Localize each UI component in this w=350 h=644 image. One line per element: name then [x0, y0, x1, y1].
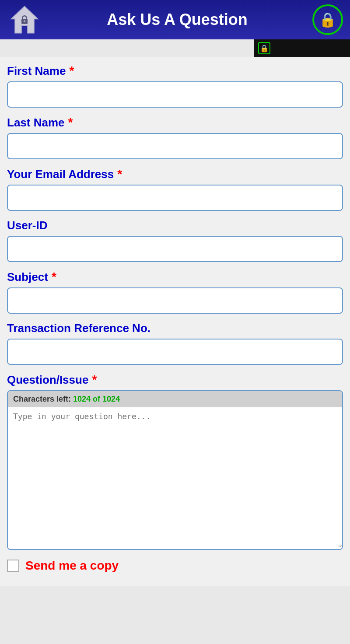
send-copy-label: Send me a copy [25, 559, 119, 573]
char-counter-bar: Characters left: 1024 of 1024 [8, 391, 342, 407]
header-dropdown: 🔒 [254, 39, 350, 57]
question-textarea-wrapper: Characters left: 1024 of 1024 [7, 390, 343, 550]
send-copy-row: Send me a copy [7, 559, 343, 573]
subject-input[interactable] [7, 287, 343, 314]
question-required: * [92, 373, 97, 387]
first-name-label: First Name * [7, 64, 343, 78]
subject-field-group: Subject * [7, 270, 343, 314]
userid-field-group: User-ID [7, 219, 343, 262]
question-field-group: Question/Issue * Characters left: 1024 o… [7, 373, 343, 550]
dropdown-lock-icon: 🔒 [258, 42, 270, 54]
app-header: Ask Us A Question 🔒 [0, 0, 350, 39]
transaction-ref-field-group: Transaction Reference No. [7, 322, 343, 365]
userid-input[interactable] [7, 236, 343, 262]
email-label: Your Email Address * [7, 167, 343, 181]
svg-point-3 [24, 20, 25, 22]
email-required: * [117, 167, 122, 181]
email-input[interactable] [7, 185, 343, 211]
lock-circle-button[interactable]: 🔒 [312, 4, 343, 35]
last-name-required: * [68, 116, 73, 130]
question-label: Question/Issue * [7, 373, 343, 387]
char-count-value: 1024 of 1024 [73, 395, 120, 403]
transaction-ref-label: Transaction Reference No. [7, 322, 343, 335]
send-copy-checkbox[interactable] [7, 560, 19, 572]
page-title: Ask Us A Question [42, 10, 312, 29]
email-field-group: Your Email Address * [7, 167, 343, 211]
ask-question-form: First Name * Last Name * Your Email Addr… [0, 57, 350, 586]
subject-required: * [52, 270, 56, 284]
first-name-input[interactable] [7, 81, 343, 108]
lock-icon: 🔒 [319, 11, 336, 28]
transaction-ref-input[interactable] [7, 339, 343, 365]
home-button[interactable] [7, 2, 42, 37]
last-name-input[interactable] [7, 133, 343, 159]
first-name-field-group: First Name * [7, 64, 343, 108]
userid-label: User-ID [7, 219, 343, 232]
first-name-required: * [69, 64, 74, 78]
last-name-field-group: Last Name * [7, 116, 343, 159]
question-textarea[interactable] [8, 407, 342, 547]
last-name-label: Last Name * [7, 116, 343, 130]
subject-label: Subject * [7, 270, 343, 284]
